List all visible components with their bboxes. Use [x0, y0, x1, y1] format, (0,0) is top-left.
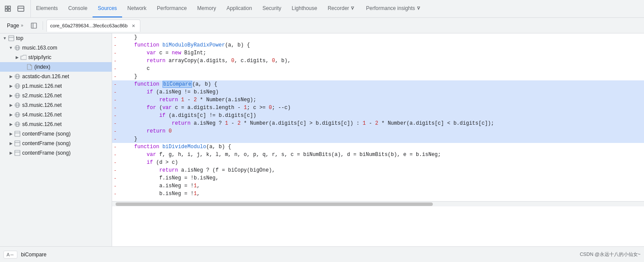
tree-arrow-top: ▼ [2, 35, 8, 41]
line-text: return 1 - 2 * Number(a.isNeg); [118, 96, 256, 104]
tree-arrow-contentframe3: ▶ [8, 150, 14, 156]
line-text: function biDivideModulo(a, b) { [118, 143, 231, 151]
line-gutter[interactable]: - [112, 119, 118, 127]
scrollbar-thumb[interactable] [116, 202, 433, 206]
line-gutter[interactable]: - [112, 182, 118, 190]
sidebar-item-label-contentframe1: contentFrame (song) [22, 131, 70, 137]
tab-performance[interactable]: Performance [152, 0, 192, 17]
tree-arrow-contentframe2: ▶ [8, 140, 14, 146]
sidebar-item-contentframe2[interactable]: ▶ contentFrame (song) [0, 139, 112, 148]
line-text: for (var c = a.digits.length - 1; c >= 0… [118, 104, 291, 112]
separator [43, 21, 43, 30]
code-line: - function biModuloByRadixPower(a, b) { [112, 41, 644, 49]
tab-network[interactable]: Network [122, 0, 152, 17]
tree-arrow-music163: ▼ [8, 45, 14, 51]
tab-application[interactable]: Application [221, 0, 257, 17]
tabs-container: Elements Console Sources Network Perform… [31, 0, 642, 17]
sidebar-item-label-stpipyric: st/pip/lyric [28, 54, 51, 60]
tab-recorder[interactable]: Recorder ⛛ [322, 0, 361, 17]
origin-icon-s4music [14, 111, 21, 118]
svg-rect-6 [31, 23, 37, 28]
code-line: - } [112, 33, 644, 41]
horizontal-scrollbar[interactable] [112, 201, 644, 206]
devtools-menu-icon[interactable] [2, 3, 14, 15]
line-gutter[interactable]: - [112, 151, 118, 159]
line-text: } [118, 33, 137, 41]
sidebar-item-label-s3music: s3.music.126.net [22, 102, 62, 108]
sidebar-item-contentframe1[interactable]: ▶ contentFrame (song) [0, 129, 112, 139]
folder-icon-stpipyric [20, 54, 27, 61]
tab-security[interactable]: Security [257, 0, 286, 17]
line-gutter[interactable]: - [112, 33, 118, 41]
bottom-bar: A↔ biCompare CSDN @永远十八的小仙女~ [0, 246, 644, 262]
sidebar-item-s2music[interactable]: ▶ s2.music.126.net [0, 91, 112, 100]
sidebar-item-s4music[interactable]: ▶ s4.music.126.net [0, 110, 112, 119]
sidebar-item-music163[interactable]: ▼ music.163.com [0, 43, 112, 53]
line-gutter[interactable]: - [112, 112, 118, 119]
line-gutter[interactable]: - [112, 41, 118, 49]
code-line: - a.isNeg = !1, [112, 182, 644, 190]
sidebar-item-label-contentframe2: contentFrame (song) [22, 140, 70, 146]
file-tab[interactable]: core_60a2789634...3fec6cc63ac86b ✕ [46, 20, 140, 32]
code-line: - return arrayCopy(a.digits, 0, c.digits… [112, 57, 644, 65]
line-gutter[interactable]: - [112, 166, 118, 174]
code-editor[interactable]: - } - function biModuloByRadixPower(a, b… [112, 33, 644, 246]
line-text: return a.isNeg ? (f = biCopy(bigOne), [118, 166, 275, 174]
sidebar-item-top[interactable]: ▼ top [0, 33, 112, 43]
devtools-controls [2, 0, 31, 17]
svg-rect-2 [5, 9, 7, 11]
bottom-right-credit: CSDN @永远十八的小仙女~ [580, 251, 641, 258]
sidebar-item-label-music163: music.163.com [22, 45, 57, 51]
sidebar-toggle-btn[interactable] [29, 20, 39, 31]
line-gutter[interactable]: - [112, 104, 118, 112]
bottom-search-text: biCompare [21, 252, 56, 258]
svg-rect-31 [15, 131, 20, 136]
sidebar-item-index[interactable]: (index) [0, 62, 112, 72]
code-line-highlighted: - return 0 [112, 127, 644, 135]
sidebar-item-label-acstatic: acstatic-dun.126.net [22, 73, 69, 80]
line-gutter[interactable]: - [112, 143, 118, 151]
sidebar-item-s6music[interactable]: ▶ s6.music.126.net [0, 119, 112, 129]
sidebar-item-s3music[interactable]: ▶ s3.music.126.net [0, 100, 112, 110]
line-gutter[interactable]: - [112, 88, 118, 96]
page-tab[interactable]: Page » [3, 21, 27, 30]
line-gutter[interactable]: - [112, 49, 118, 57]
line-gutter[interactable]: - [112, 135, 118, 143]
line-gutter[interactable]: - [112, 159, 118, 166]
sidebar-item-contentframe3[interactable]: ▶ contentFrame (song) [0, 148, 112, 158]
tree-arrow-s2music: ▶ [8, 93, 14, 99]
line-text: } [118, 135, 137, 143]
sidebar-item-acstatic[interactable]: ▶ acstatic-dun.126.net [0, 72, 112, 81]
sidebar-item-stpipyric[interactable]: ▶ st/pip/lyric [0, 53, 112, 62]
line-gutter[interactable]: - [112, 57, 118, 65]
file-tab-close[interactable]: ✕ [130, 23, 136, 29]
sidebar-item-label-s4music: s4.music.126.net [22, 112, 62, 118]
line-gutter[interactable]: - [112, 174, 118, 182]
sidebar: ▼ top ▼ music.163.com ▶ [0, 33, 112, 246]
sidebar-item-label-s2music: s2.music.126.net [22, 93, 62, 99]
code-line: - var c = new BigInt; [112, 49, 644, 57]
tab-memory[interactable]: Memory [192, 0, 221, 17]
line-gutter[interactable]: - [112, 190, 118, 198]
line-gutter[interactable]: - [112, 96, 118, 104]
tree-arrow-s4music: ▶ [8, 112, 14, 118]
tab-elements[interactable]: Elements [31, 0, 63, 17]
tab-lighthouse[interactable]: Lighthouse [286, 0, 322, 17]
tab-console[interactable]: Console [63, 0, 93, 17]
recorder-icon: ⛛ [350, 5, 355, 11]
line-gutter[interactable]: - [112, 127, 118, 135]
tree-arrow-s6music: ▶ [8, 121, 14, 127]
sidebar-item-p1music[interactable]: ▶ p1.music.126.net [0, 81, 112, 91]
origin-icon-p1music [14, 83, 21, 90]
tab-performance-insights[interactable]: Performance insights ⛛ [361, 0, 427, 17]
tab-sources[interactable]: Sources [93, 0, 122, 17]
page-label: Page [7, 23, 19, 29]
search-type-toggle[interactable]: A↔ [3, 251, 17, 259]
line-text: } [118, 73, 137, 80]
line-gutter[interactable]: - [112, 73, 118, 80]
line-gutter[interactable]: - [112, 65, 118, 73]
line-gutter[interactable]: - [112, 80, 118, 88]
code-line-highlighted: - function biCompare(a, b) { [112, 80, 644, 88]
line-text: if (a.digits[c] != b.digits[c]) [118, 112, 256, 119]
dock-icon[interactable] [15, 3, 27, 15]
